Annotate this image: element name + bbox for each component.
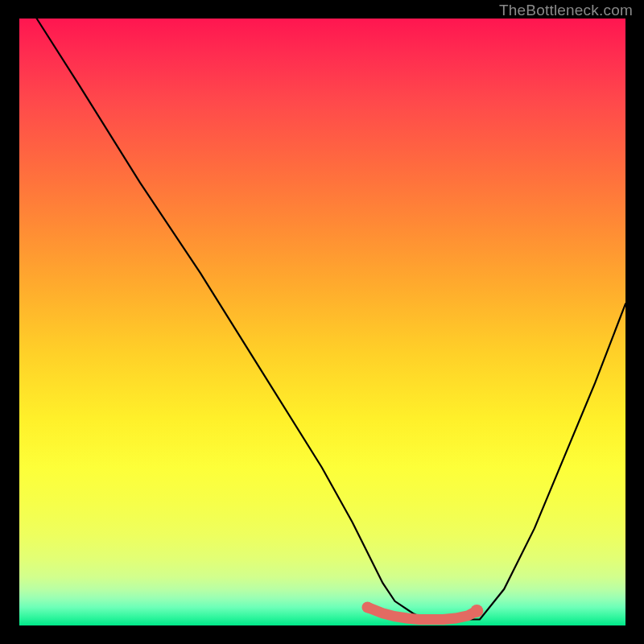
plot-background: [19, 19, 625, 625]
watermark-text: TheBottleneck.com: [499, 2, 633, 19]
x-axis: [19, 625, 625, 626]
y-axis: [19, 19, 19, 625]
chart-stage: TheBottleneck.com: [0, 0, 644, 644]
